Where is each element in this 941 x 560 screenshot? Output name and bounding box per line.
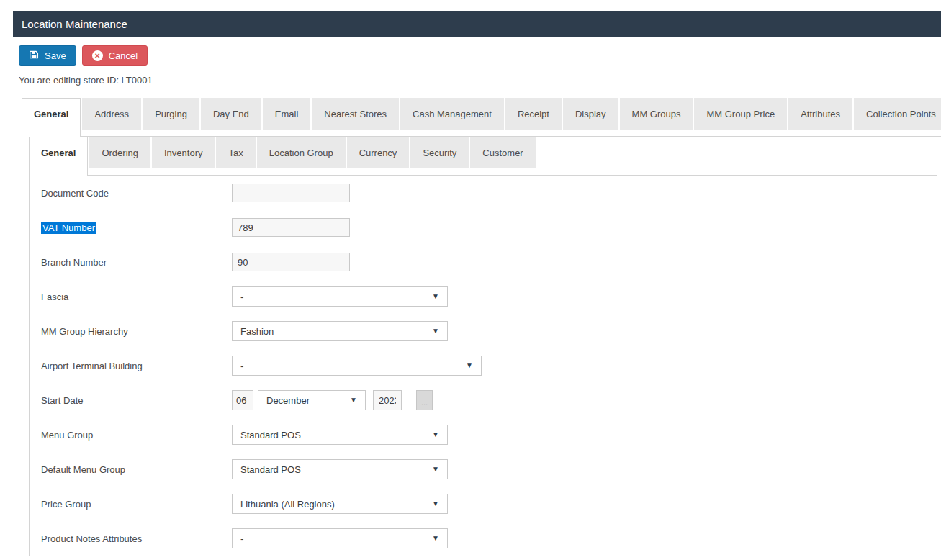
tab-mm-group-price[interactable]: MM Group Price — [694, 98, 787, 130]
vat-number-label: VAT Number — [41, 222, 232, 233]
start-date-label: Start Date — [41, 395, 232, 406]
menu-group-select-value: Standard POS — [240, 430, 301, 441]
price-group-select[interactable]: Lithuania (All Regions) ▼ — [232, 494, 448, 514]
form-row: VAT Number — [30, 210, 937, 245]
form-row: MM Group Hierarchy Fashion ▼ — [30, 314, 937, 348]
mm-group-hierarchy-label: MM Group Hierarchy — [41, 326, 232, 337]
editing-note: You are editing store ID: LT0001 — [19, 75, 941, 86]
subtab-ordering[interactable]: Ordering — [89, 137, 150, 168]
tab-collection-points[interactable]: Collection Points — [854, 98, 941, 130]
form-row: Price Group Lithuania (All Regions) ▼ — [30, 487, 937, 521]
vat-number-input[interactable] — [232, 218, 350, 237]
airport-terminal-building-label: Airport Terminal Building — [41, 361, 232, 371]
tab-nearest-stores[interactable]: Nearest Stores — [312, 98, 399, 130]
form-row: Start Date December ▼ ... — [30, 383, 937, 417]
subtab-security[interactable]: Security — [410, 137, 469, 168]
subtab-tax[interactable]: Tax — [216, 137, 255, 168]
form-row: Menu Group Standard POS ▼ — [30, 417, 937, 452]
product-notes-attributes-select[interactable]: - ▼ — [232, 528, 448, 548]
toolbar: Save ✕ Cancel — [19, 45, 941, 66]
primary-tab-panel: General Ordering Inventory Tax Location … — [22, 137, 941, 560]
product-notes-attributes-label: Product Notes Attributes — [41, 533, 232, 544]
subtab-currency[interactable]: Currency — [347, 137, 410, 168]
tab-email[interactable]: Email — [263, 98, 311, 130]
date-picker-button[interactable]: ... — [416, 390, 433, 410]
branch-number-label: Branch Number — [41, 257, 232, 268]
product-notes-attributes-select-value: - — [240, 533, 243, 544]
circle-x-icon: ✕ — [92, 50, 103, 61]
start-date-day-input[interactable] — [232, 390, 253, 410]
page-title: Location Maintenance — [22, 18, 127, 30]
primary-tabstrip: General Address Purging Day End Email Ne… — [22, 98, 941, 137]
form-row: Branch Number — [30, 245, 937, 279]
cancel-button[interactable]: ✕ Cancel — [82, 45, 148, 66]
document-code-input[interactable] — [232, 184, 350, 202]
selected-label-text: VAT Number — [41, 222, 96, 234]
price-group-label: Price Group — [41, 499, 232, 510]
start-date-month-select[interactable]: December ▼ — [258, 390, 366, 410]
mm-group-hierarchy-select-value: Fashion — [240, 326, 274, 337]
general-form-panel: Document Code VAT Number Branch Number F… — [29, 176, 937, 556]
airport-terminal-building-select-value: - — [240, 361, 243, 371]
caret-down-icon: ▼ — [432, 293, 439, 300]
branch-number-input[interactable] — [232, 253, 350, 271]
floppy-disk-icon — [29, 50, 39, 62]
menu-group-label: Menu Group — [41, 430, 232, 441]
app-header: Location Maintenance — [13, 11, 941, 37]
subtab-customer[interactable]: Customer — [470, 137, 535, 168]
menu-group-select[interactable]: Standard POS ▼ — [232, 425, 448, 445]
form-row: Product Notes Attributes - ▼ — [30, 521, 937, 556]
subtab-general[interactable]: General — [29, 137, 88, 176]
caret-down-icon: ▼ — [432, 466, 439, 473]
default-menu-group-label: Default Menu Group — [41, 464, 232, 475]
form-row: Document Code — [30, 176, 937, 210]
tab-cash-management[interactable]: Cash Management — [400, 98, 504, 130]
fascia-select-value: - — [240, 292, 243, 302]
caret-down-icon: ▼ — [432, 500, 439, 507]
airport-terminal-building-select[interactable]: - ▼ — [232, 356, 482, 376]
document-code-label: Document Code — [41, 188, 232, 199]
form-row: Fascia - ▼ — [30, 279, 937, 314]
tab-attributes[interactable]: Attributes — [788, 98, 852, 130]
cancel-button-label: Cancel — [109, 50, 138, 61]
tab-day-end[interactable]: Day End — [201, 98, 261, 130]
form-row: Airport Terminal Building - ▼ — [30, 348, 937, 383]
price-group-select-value: Lithuania (All Regions) — [240, 499, 335, 510]
fascia-label: Fascia — [41, 292, 232, 302]
secondary-tabstrip: General Ordering Inventory Tax Location … — [29, 137, 937, 176]
mm-group-hierarchy-select[interactable]: Fashion ▼ — [232, 321, 448, 341]
caret-down-icon: ▼ — [432, 535, 439, 542]
save-button[interactable]: Save — [19, 45, 76, 66]
caret-down-icon: ▼ — [350, 397, 357, 404]
subtab-inventory[interactable]: Inventory — [152, 137, 215, 168]
form-row: Default Menu Group Standard POS ▼ — [30, 452, 937, 487]
tab-purging[interactable]: Purging — [143, 98, 199, 130]
caret-down-icon: ▼ — [432, 328, 439, 335]
tab-mm-groups[interactable]: MM Groups — [620, 98, 693, 130]
start-date-month-value: December — [266, 395, 310, 406]
caret-down-icon: ▼ — [432, 431, 439, 438]
tab-display[interactable]: Display — [563, 98, 618, 130]
tab-receipt[interactable]: Receipt — [505, 98, 562, 130]
default-menu-group-select-value: Standard POS — [240, 464, 301, 475]
default-menu-group-select[interactable]: Standard POS ▼ — [232, 459, 448, 479]
tab-address[interactable]: Address — [82, 98, 141, 130]
start-date-year-input[interactable] — [373, 390, 402, 410]
tab-general[interactable]: General — [22, 98, 81, 137]
fascia-select[interactable]: - ▼ — [232, 286, 448, 307]
subtab-location-group[interactable]: Location Group — [257, 137, 346, 168]
caret-down-icon: ▼ — [466, 362, 473, 369]
save-button-label: Save — [45, 50, 66, 61]
